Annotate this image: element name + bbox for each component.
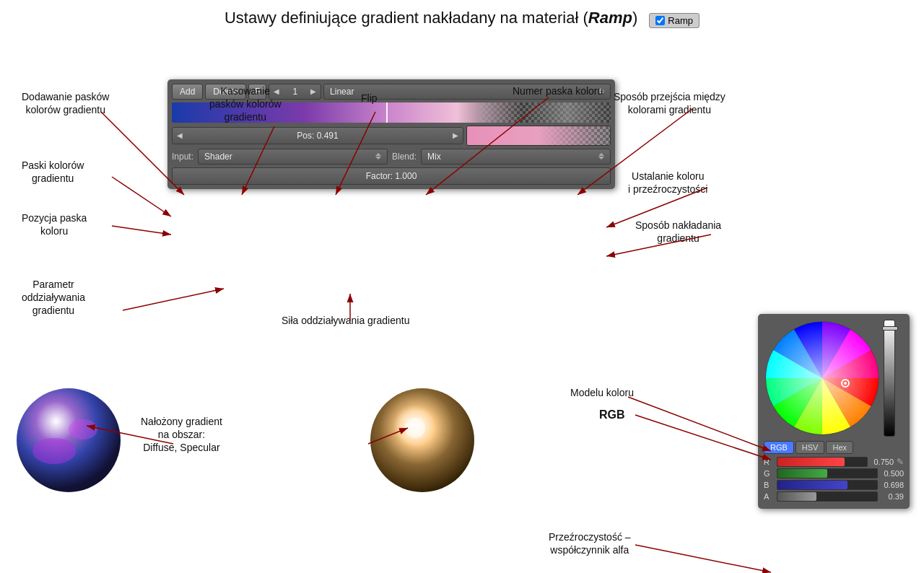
b-slider[interactable] xyxy=(777,480,878,490)
pos-left-arrow[interactable]: ◀ xyxy=(173,128,187,142)
blend-label: Blend: xyxy=(392,152,417,162)
svg-line-19 xyxy=(112,226,171,235)
annotation-numer: Numer paska koloru xyxy=(513,84,603,97)
r-slider-fill xyxy=(777,458,845,466)
annotation-rgb: RGB xyxy=(599,408,625,423)
annotation-parametr: Parametr oddziaływania gradientu xyxy=(22,278,85,318)
r-eyedropper-icon[interactable]: ✎ xyxy=(897,457,904,467)
pos-right-arrow[interactable]: ▶ xyxy=(448,128,463,142)
interpolation-label: Linear xyxy=(330,87,354,97)
svg-line-26 xyxy=(635,545,771,572)
blend-dropdown-arrows-icon xyxy=(598,153,604,159)
b-slider-fill xyxy=(777,481,847,489)
ramp-checkbox[interactable] xyxy=(655,16,665,25)
color-wheel-panel: RGB HSV Hex R 0.750 ✎ G 0.500 B xyxy=(758,314,910,509)
annotation-paski: Paski kolorów gradientu xyxy=(22,159,84,185)
annotation-przezroczystosc: Przeźroczystość – współczynnik alfa xyxy=(549,530,631,556)
shader-label: Shader xyxy=(204,152,232,162)
annotation-dodawanie: Dodawanie pasków kolorów gradientu xyxy=(22,90,109,116)
number-next-arrow[interactable]: ▶ xyxy=(306,85,321,97)
r-label: R xyxy=(764,458,774,466)
ramp-checkbox-label: Ramp xyxy=(668,15,693,26)
color-wheel-svg[interactable] xyxy=(764,320,881,437)
input-label: Input: xyxy=(172,152,193,162)
brightness-slider[interactable] xyxy=(884,320,895,437)
gradient-marker xyxy=(386,102,388,123)
color-number-value: 1 xyxy=(284,84,306,99)
svg-point-6 xyxy=(32,438,76,464)
annotation-flip: Flip xyxy=(361,92,378,105)
add-button[interactable]: Add xyxy=(172,84,203,100)
blend-dropdown[interactable]: Mix xyxy=(421,149,611,165)
annotation-sila: Siła oddziaływania gradientu xyxy=(282,314,409,327)
svg-line-24 xyxy=(628,397,771,451)
annotation-kasowanie: Kasowanie pasków kolorów gradientu xyxy=(209,84,282,124)
g-value: 0.500 xyxy=(881,469,904,478)
color-model-tabs: RGB HSV Hex xyxy=(764,441,904,454)
r-value: 0.750 xyxy=(871,458,894,466)
r-row: R 0.750 ✎ xyxy=(764,457,904,467)
g-slider-fill xyxy=(777,469,827,478)
annotation-sposob-przejscia: Sposób przejścia między kolorami gradien… xyxy=(614,90,725,116)
svg-line-17 xyxy=(112,177,171,216)
a-value: 0.39 xyxy=(881,492,904,501)
g-row: G 0.500 xyxy=(764,468,904,478)
annotation-modelu: Modelu koloru xyxy=(570,386,634,399)
shader-dropdown-arrows-icon xyxy=(375,153,381,159)
position-value: Pos: 0.491 xyxy=(187,128,448,144)
tab-rgb[interactable]: RGB xyxy=(764,441,794,454)
a-slider[interactable] xyxy=(777,491,878,502)
g-slider[interactable] xyxy=(777,468,878,478)
factor-control[interactable]: Factor: 1.000 xyxy=(172,167,611,185)
svg-line-21 xyxy=(123,289,224,310)
a-slider-fill xyxy=(777,492,816,501)
annotation-sposob-nakladania: Sposób nakładania gradientu xyxy=(635,219,721,245)
ramp-italic: Ramp xyxy=(588,9,632,27)
b-value: 0.698 xyxy=(881,481,904,489)
shader-dropdown[interactable]: Shader xyxy=(198,149,388,165)
color-swatch[interactable] xyxy=(466,126,611,146)
color-swatch-fill xyxy=(467,126,610,145)
g-label: G xyxy=(764,469,774,478)
b-label: B xyxy=(764,481,774,489)
svg-point-10 xyxy=(405,418,425,438)
tab-hex[interactable]: Hex xyxy=(826,441,853,454)
svg-point-3 xyxy=(844,382,847,385)
svg-line-25 xyxy=(635,415,771,460)
position-control[interactable]: ◀ Pos: 0.491 ▶ xyxy=(172,127,463,144)
page-title: Ustawy definiujące gradient nakładany na… xyxy=(225,9,642,27)
brightness-knob xyxy=(882,326,898,331)
annotation-pozycja: Pozycja paska koloru xyxy=(22,211,87,237)
a-label: A xyxy=(764,492,774,501)
svg-point-5 xyxy=(17,388,121,492)
sphere-right xyxy=(368,386,476,494)
sphere-left xyxy=(14,386,123,494)
annotation-ustalanie: Ustalanie koloru i przeźroczystości xyxy=(628,170,707,196)
svg-point-1 xyxy=(766,322,879,434)
ramp-checkbox-container: Ramp xyxy=(649,13,699,28)
svg-point-7 xyxy=(69,419,97,439)
blend-value: Mix xyxy=(427,152,441,162)
b-row: B 0.698 xyxy=(764,480,904,490)
color-wheel-area xyxy=(764,320,904,437)
r-slider[interactable] xyxy=(777,457,868,467)
annotation-nalozony: Nałożony gradient na obszar: Diffuse, Sp… xyxy=(141,415,222,455)
a-row: A 0.39 xyxy=(764,491,904,502)
tab-hsv[interactable]: HSV xyxy=(796,441,825,454)
factor-value: Factor: 1.000 xyxy=(366,171,417,181)
svg-point-9 xyxy=(370,388,474,492)
